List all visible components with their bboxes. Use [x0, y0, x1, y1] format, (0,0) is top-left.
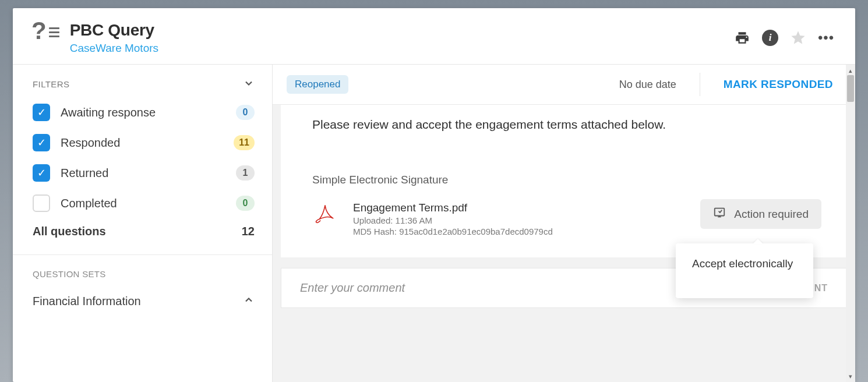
star-icon[interactable]: [790, 30, 806, 46]
file-name: Engagement Terms.pdf: [353, 201, 553, 214]
question-card: Please review and accept the engagement …: [281, 105, 847, 257]
all-questions-label: All questions: [33, 225, 106, 238]
filter-completed[interactable]: Completed 0: [33, 194, 255, 212]
chevron-up-icon: [243, 294, 255, 309]
signature-section-title: Simple Electronic Signature: [312, 174, 821, 186]
divider: [700, 73, 700, 96]
scroll-thumb[interactable]: [847, 75, 854, 102]
due-date: No due date: [619, 79, 676, 91]
action-popover: Accept electronically: [676, 243, 813, 298]
page-title: PBC Query: [70, 21, 158, 40]
count-badge: 1: [236, 165, 255, 181]
list-lines-icon: [49, 27, 59, 37]
file-hash: MD5 Hash: 915ac0d1e2a0b91ec09ba7decd0979…: [353, 227, 553, 236]
file-meta[interactable]: Engagement Terms.pdf Uploaded: 11:36 AM …: [353, 201, 553, 236]
checkbox-checked-icon[interactable]: ✓: [33, 134, 50, 151]
question-set-label: Financial Information: [33, 295, 141, 308]
header: ? PBC Query CaseWare Motors i •••: [13, 8, 855, 65]
breadcrumb[interactable]: CaseWare Motors: [70, 42, 158, 55]
more-icon[interactable]: •••: [818, 30, 834, 46]
filter-label: Returned: [61, 167, 108, 180]
chevron-down-icon: [243, 77, 255, 91]
title-block: PBC Query CaseWare Motors: [70, 21, 158, 55]
all-questions-count: 12: [242, 225, 255, 238]
scrollbar[interactable]: ▴ ▾: [846, 65, 855, 382]
app-window: ? PBC Query CaseWare Motors i ••• FILTER…: [13, 8, 855, 382]
toolbar-right: No due date MARK RESPONDED: [619, 73, 833, 96]
info-icon[interactable]: i: [762, 30, 778, 46]
pdf-icon: [312, 201, 338, 229]
filter-awaiting-response[interactable]: ✓ Awaiting response 0: [33, 104, 255, 121]
header-left: ? PBC Query CaseWare Motors: [31, 21, 158, 55]
status-badge: Reopened: [287, 75, 348, 94]
action-required-label: Action required: [734, 208, 809, 221]
accept-electronically-option[interactable]: Accept electronically: [692, 257, 797, 270]
checkbox-unchecked-icon[interactable]: [33, 194, 50, 212]
file-uploaded: Uploaded: 11:36 AM: [353, 215, 553, 225]
divider: [13, 254, 272, 255]
filters-label: FILTERS: [33, 79, 69, 89]
all-questions[interactable]: All questions 12: [33, 225, 255, 254]
filter-label: Responded: [61, 136, 120, 150]
count-badge: 0: [236, 105, 255, 120]
mark-responded-button[interactable]: MARK RESPONDED: [724, 78, 833, 91]
instruction-text: Please review and accept the engagement …: [312, 118, 821, 132]
filters-header[interactable]: FILTERS: [33, 77, 255, 91]
filter-label: Completed: [61, 197, 117, 210]
content-toolbar: Reopened No due date MARK RESPONDED: [273, 65, 855, 105]
question-set-financial-information[interactable]: Financial Information: [33, 294, 255, 309]
print-icon[interactable]: [734, 30, 750, 46]
sidebar: FILTERS ✓ Awaiting response 0 ✓ Responde…: [13, 65, 273, 382]
scroll-down-arrow-icon[interactable]: ▾: [849, 372, 852, 381]
main-panel: Reopened No due date MARK RESPONDED Plea…: [273, 65, 855, 382]
attachment-row: Engagement Terms.pdf Uploaded: 11:36 AM …: [312, 201, 821, 236]
filter-label: Awaiting response: [61, 106, 156, 119]
app-icon: ?: [31, 21, 59, 41]
checkbox-checked-icon[interactable]: ✓: [33, 164, 50, 182]
header-actions: i •••: [734, 30, 834, 46]
count-badge: 0: [236, 196, 255, 211]
body: FILTERS ✓ Awaiting response 0 ✓ Responde…: [13, 65, 855, 382]
signature-request-icon: [713, 206, 726, 222]
filter-returned[interactable]: ✓ Returned 1: [33, 164, 255, 182]
action-required-button[interactable]: Action required: [700, 199, 821, 229]
filter-responded[interactable]: ✓ Responded 11: [33, 134, 255, 151]
question-sets-label: QUESTION SETS: [33, 269, 255, 279]
scroll-up-arrow-icon[interactable]: ▴: [849, 66, 852, 75]
checkbox-checked-icon[interactable]: ✓: [33, 104, 50, 121]
count-badge: 11: [234, 135, 255, 150]
content-scroll[interactable]: Please review and accept the engagement …: [273, 105, 855, 382]
question-list-icon: ?: [31, 21, 47, 41]
